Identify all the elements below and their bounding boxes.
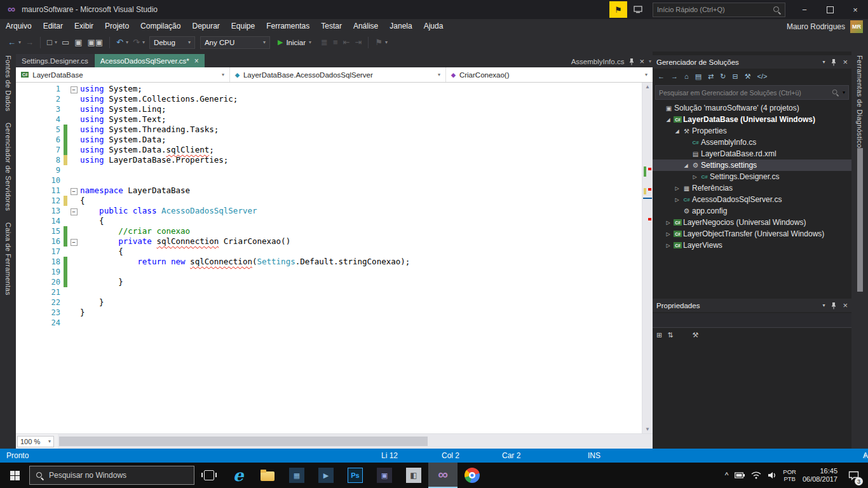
fold-toggle-icon[interactable]: − (71, 188, 78, 195)
pin-icon[interactable] (831, 58, 837, 66)
tool-tab[interactable]: Fontes de Dados (4, 55, 12, 111)
refresh-icon[interactable]: ↻ (717, 71, 728, 82)
pin-icon[interactable] (628, 58, 635, 65)
chrome-icon[interactable] (458, 463, 487, 488)
zoom-dropdown[interactable]: 100 % ▾ (17, 436, 54, 447)
app-icon-2[interactable]: ▶ (311, 463, 341, 488)
tool-tab[interactable]: Ferramentas de Diagnóstico (856, 55, 864, 148)
expand-icon[interactable]: ▷ (664, 243, 672, 248)
tree-item[interactable]: ◢⚙Settings.settings (653, 159, 851, 171)
tree-item[interactable]: C#AssemblyInfo.cs (653, 137, 851, 148)
expand-icon[interactable]: ▷ (691, 174, 699, 180)
code-line-4[interactable]: 4using System.Text; (16, 114, 642, 125)
alphabetical-icon[interactable]: ⇅ (667, 331, 673, 339)
document-list-icon[interactable]: ▾ (649, 58, 651, 64)
properties-icon[interactable]: ⚒ (742, 71, 754, 82)
code-line-20[interactable]: 20 } (16, 277, 642, 287)
menu-item-editar[interactable]: Editar (37, 19, 69, 34)
app-icon-4[interactable]: ◧ (399, 463, 428, 488)
fold-toggle-icon[interactable]: − (71, 86, 78, 93)
home-icon[interactable]: ⌂ (682, 71, 691, 81)
code-editor[interactable]: 1−using System;2using System.Collections… (16, 83, 642, 433)
tree-item[interactable]: ◢C#LayerDataBase (Universal Windows) (653, 114, 851, 125)
taskbar-search[interactable]: Pesquisar no Windows (29, 466, 194, 485)
code-line-19[interactable]: 19 (16, 267, 642, 277)
scrollbar-thumb[interactable] (59, 437, 428, 446)
scroll-down-icon[interactable]: ▼ (642, 426, 653, 432)
indent-decrease-icon[interactable]: ⇤ (341, 36, 353, 48)
file-explorer-icon[interactable] (253, 463, 282, 488)
user-avatar[interactable]: MR (850, 20, 863, 33)
open-file-icon[interactable]: ▭ (59, 36, 72, 48)
code-line-13[interactable]: 13− public class AcessoDadosSqlServer (16, 206, 642, 216)
navigate-backward-dropdown-icon[interactable]: ▾ (18, 39, 23, 45)
property-pages-icon[interactable]: ⚒ (692, 331, 698, 339)
fold-toggle-icon[interactable]: − (71, 239, 78, 246)
feedback-button[interactable] (630, 1, 646, 18)
undo-dropdown-icon[interactable]: ▾ (126, 39, 130, 45)
comment-icon[interactable]: ≣ (318, 36, 330, 48)
window-position-icon[interactable]: ▾ (822, 59, 825, 65)
menu-item-exibir[interactable]: Exibir (69, 19, 99, 34)
restore-button[interactable] (817, 0, 843, 19)
minimize-button[interactable]: − (792, 0, 817, 19)
code-line-16[interactable]: 16− private sqlConnection CriarConexao() (16, 236, 642, 247)
tree-item[interactable]: ▷C#LayerViews (653, 240, 851, 251)
language-indicator[interactable]: POR PTB (783, 468, 796, 482)
tree-item[interactable]: ▣Solução 'mauroSoftware' (4 projetos) (653, 102, 851, 114)
action-center-icon[interactable]: 3 (844, 463, 863, 488)
toolbar-options-icon[interactable]: ▾ (385, 39, 390, 45)
new-file-icon[interactable]: □ (44, 36, 55, 48)
solution-configurations-dropdown[interactable]: Debug ▾ (149, 36, 195, 49)
type-dropdown[interactable]: ◆ LayerDataBase.AcessoDadosSqlServer ▾ (230, 67, 446, 82)
bookmark-icon[interactable]: ⚑ (372, 36, 385, 48)
tool-tab[interactable]: Caixa de Ferramentas (4, 222, 12, 295)
editor-tab[interactable]: Settings.Designer.cs (16, 54, 94, 67)
menu-item-depurar[interactable]: Depurar (186, 19, 225, 34)
window-position-icon[interactable]: ▾ (822, 302, 825, 308)
pin-icon[interactable] (831, 302, 837, 309)
collapse-icon[interactable]: ◢ (682, 163, 690, 168)
tree-item[interactable]: ◢⚒Properties (653, 125, 851, 137)
menu-item-projeto[interactable]: Projeto (99, 19, 135, 34)
editor-vertical-scrollbar[interactable]: ▲ ▼ (642, 83, 653, 433)
save-icon[interactable]: ▣ (72, 36, 85, 48)
code-line-21[interactable]: 21 (16, 287, 642, 297)
panel-scrollbar[interactable] (857, 148, 863, 292)
menu-item-ajuda[interactable]: Ajuda (418, 19, 449, 34)
code-line-5[interactable]: 5using System.Threading.Tasks; (16, 125, 642, 135)
code-line-11[interactable]: 11−namespace LayerDataBase (16, 186, 642, 196)
project-dropdown[interactable]: C# LayerDataBase ▾ (16, 67, 230, 82)
menu-item-arquivo[interactable]: Arquivo (0, 19, 37, 34)
menu-item-equipe[interactable]: Equipe (226, 19, 261, 34)
scroll-up-icon[interactable]: ▲ (642, 84, 653, 90)
code-line-17[interactable]: 17 { (16, 247, 642, 257)
indent-increase-icon[interactable]: ⇥ (352, 36, 364, 48)
navigate-back-icon[interactable]: ← (655, 71, 667, 81)
tree-item[interactable]: ▷C#LayerNegocios (Universal Windows) (653, 217, 851, 228)
fold-toggle-icon[interactable]: − (71, 208, 78, 215)
switch-views-icon[interactable]: ▤ (693, 71, 704, 82)
app-icon-1[interactable]: ▦ (282, 463, 311, 488)
close-button[interactable]: × (843, 0, 868, 19)
tree-item[interactable]: ⚙app.config (653, 205, 851, 217)
tool-tab[interactable]: Gerenciador de Servidores (4, 123, 12, 211)
tray-expand-icon[interactable]: ^ (725, 471, 729, 480)
expand-icon[interactable]: ▷ (664, 231, 672, 237)
close-icon[interactable]: × (194, 57, 199, 65)
code-line-9[interactable]: 9 (16, 165, 642, 175)
redo-icon[interactable]: ↷ (130, 36, 142, 48)
tree-item[interactable]: ▷▦Referências (653, 182, 851, 194)
tree-item[interactable]: ▤LayerDataBase.rd.xml (653, 148, 851, 159)
photoshop-icon[interactable]: Ps (341, 463, 370, 488)
code-line-1[interactable]: 1−using System; (16, 84, 642, 94)
collapse-all-icon[interactable]: ⊟ (730, 71, 741, 82)
uncomment-icon[interactable]: ≡ (330, 36, 341, 48)
expand-icon[interactable]: ▷ (664, 220, 672, 226)
navigate-forward-icon[interactable]: → (23, 36, 36, 48)
expand-icon[interactable]: ▷ (673, 186, 681, 191)
code-line-24[interactable]: 24 (16, 318, 642, 328)
code-line-7[interactable]: 7using System.Data.sqlClient; (16, 145, 642, 155)
code-line-6[interactable]: 6using System.Data; (16, 135, 642, 145)
close-document-icon[interactable]: × (639, 57, 644, 66)
